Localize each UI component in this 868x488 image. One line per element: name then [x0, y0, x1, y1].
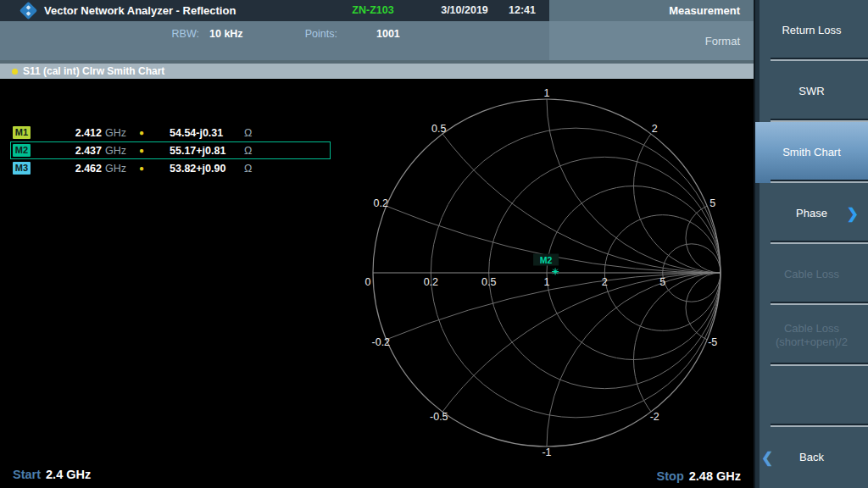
marker-frequency-unit: GHz: [105, 145, 131, 157]
points-label: Points:: [263, 28, 337, 40]
marker-impedance-unit: Ω: [244, 127, 252, 139]
svg-text:1: 1: [544, 276, 550, 288]
marker-dot-icon: ●: [131, 164, 153, 173]
marker-frequency: 2.462: [31, 163, 102, 175]
softkey-label: Smith Chart: [782, 146, 841, 159]
device-id: ZN-Z103: [343, 0, 403, 21]
stop-frequency[interactable]: Stop2.48 GHz: [657, 469, 741, 483]
start-frequency[interactable]: Start2.4 GHz: [13, 468, 91, 481]
softkey-cable-loss[interactable]: Cable Loss: [755, 244, 868, 305]
marker-dot-icon: ●: [131, 128, 153, 137]
softkey-return-loss[interactable]: Return Loss: [755, 0, 868, 61]
softkey-label: Cable Loss: [784, 322, 839, 336]
marker-frequency: 2.412: [31, 127, 102, 139]
marker-badge: M3: [13, 162, 31, 175]
marker-frequency-unit: GHz: [105, 163, 131, 175]
top-bar: Vector Network Analyzer - Reflection ZN-…: [0, 0, 754, 21]
points-value[interactable]: 1001: [376, 28, 400, 40]
marker-frequency: 2.437: [31, 145, 102, 157]
svg-text:0.5: 0.5: [431, 123, 446, 135]
marker-frequency-unit: GHz: [105, 127, 131, 139]
stop-label: Stop: [657, 469, 684, 483]
marker-row-m1[interactable]: M12.412GHz●54.54-j0.31Ω: [10, 124, 331, 141]
marker-impedance-unit: Ω: [244, 145, 252, 157]
svg-text:0.2: 0.2: [374, 197, 388, 209]
svg-text:5: 5: [709, 197, 715, 209]
softkey-empty: [755, 366, 868, 427]
svg-text:M2: M2: [540, 255, 553, 265]
softkey-sidebar: Return LossSWRSmith ChartPhase❯Cable Los…: [754, 0, 868, 488]
settings-bar: RBW: 10 kHz Points: 1001 Format: [0, 21, 754, 60]
back-chevron-icon: ❮: [761, 451, 773, 465]
marker-row-m2[interactable]: M22.437GHz●55.17+j0.81Ω: [10, 141, 331, 159]
svg-text:-5: -5: [708, 336, 717, 348]
menu-subtitle: Format: [549, 21, 754, 60]
trace-title: S11 (cal int) Clrw Smith Chart: [23, 65, 164, 77]
trace-header[interactable]: S11 (cal int) Clrw Smith Chart: [0, 64, 754, 79]
app-title: Vector Network Analyzer - Reflection: [44, 0, 236, 21]
marker-impedance: 54.54-j0.31: [170, 127, 241, 139]
chart-marker-m2[interactable]: M2: [533, 254, 559, 275]
svg-text:0: 0: [365, 276, 371, 288]
svg-text:2: 2: [602, 276, 608, 288]
svg-text:-0.5: -0.5: [430, 411, 448, 423]
softkey-phase[interactable]: Phase❯: [755, 183, 868, 244]
date-display: 3/10/2019: [434, 0, 495, 21]
svg-text:1: 1: [544, 87, 550, 99]
main-display: Vector Network Analyzer - Reflection ZN-…: [0, 0, 754, 488]
softkey-label: Phase: [796, 207, 827, 220]
svg-text:0.5: 0.5: [481, 276, 496, 288]
svg-text:-2: -2: [650, 411, 659, 423]
stop-value: 2.48 GHz: [689, 469, 741, 483]
softkey-label: SWR: [798, 85, 824, 98]
svg-text:-0.2: -0.2: [372, 336, 391, 348]
softkey-smith-chart[interactable]: Smith Chart: [755, 122, 868, 183]
svg-text:2: 2: [652, 123, 658, 135]
time-display: 12:41: [504, 0, 541, 21]
start-value: 2.4 GHz: [46, 468, 91, 481]
softkey-swr[interactable]: SWR: [755, 61, 868, 122]
rohde-schwarz-logo-icon: [19, 2, 37, 19]
settings-bar-left: RBW: 10 kHz Points: 1001: [0, 21, 549, 60]
trace-bullet-icon: [12, 69, 18, 75]
submenu-chevron-icon: ❯: [847, 207, 859, 221]
softkey-label: Cable Loss: [784, 268, 839, 281]
smith-chart-area: 00.20.51250.20.5125-0.2-0.5-1-2-5M2 M12.…: [0, 79, 754, 488]
marker-impedance: 53.82+j0.90: [170, 163, 241, 175]
marker-dot-icon: ●: [131, 146, 153, 155]
svg-text:5: 5: [659, 276, 665, 288]
marker-badge: M2: [13, 144, 31, 157]
marker-table: M12.412GHz●54.54-j0.31ΩM22.437GHz●55.17+…: [10, 124, 331, 177]
softkey-label: (short+open)/2: [776, 336, 848, 349]
rbw-value[interactable]: 10 kHz: [209, 28, 243, 40]
softkey-cable-loss-short-open-2[interactable]: Cable Loss(short+open)/2: [755, 305, 868, 366]
menu-title: Measurement: [549, 0, 754, 21]
marker-impedance-unit: Ω: [244, 163, 252, 175]
start-label: Start: [13, 468, 41, 481]
top-bar-left: Vector Network Analyzer - Reflection ZN-…: [0, 0, 549, 21]
softkey-label: Back: [799, 451, 824, 464]
marker-badge: M1: [13, 126, 31, 139]
svg-text:-1: -1: [542, 446, 551, 458]
marker-row-m3[interactable]: M32.462GHz●53.82+j0.90Ω: [10, 159, 331, 177]
rbw-label: RBW:: [127, 28, 199, 40]
svg-text:0.2: 0.2: [424, 276, 438, 288]
softkey-label: Return Loss: [782, 24, 841, 37]
marker-impedance: 55.17+j0.81: [170, 145, 241, 157]
softkey-back[interactable]: Back❮: [755, 427, 868, 488]
